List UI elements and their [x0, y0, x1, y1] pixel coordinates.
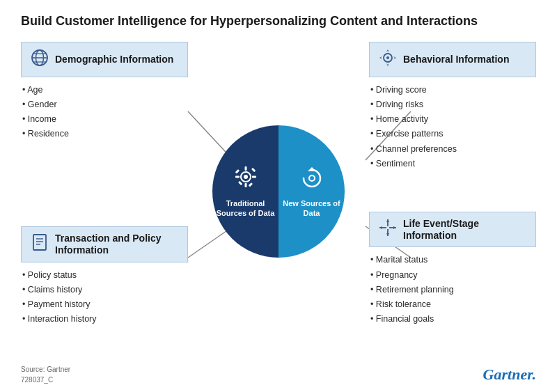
transaction-header: Transaction and Policy Information — [21, 226, 188, 262]
svg-rect-31 — [238, 181, 242, 185]
page-title: Build Customer Intelligence for Hyperper… — [21, 14, 536, 29]
life-event-list: Marital statusPregnancyRetirement planni… — [369, 253, 536, 327]
svg-point-34 — [309, 175, 315, 181]
demographic-title: Demographic Information — [55, 54, 173, 65]
refresh-icon — [299, 164, 324, 194]
transaction-box: Transaction and Policy Information Polic… — [21, 226, 188, 327]
behavioral-list: Driving scoreDriving risksHome activityE… — [369, 83, 536, 172]
svg-marker-19 — [386, 219, 389, 222]
svg-rect-27 — [235, 175, 240, 178]
svg-marker-22 — [393, 226, 396, 229]
transaction-title: Transaction and Policy Information — [55, 233, 179, 256]
footer: Source: Gartner 728037_C — [21, 364, 70, 385]
list-item: Claims history — [21, 283, 188, 297]
list-item: Channel preferences — [369, 142, 536, 157]
list-item: Exercise patterns — [369, 127, 536, 141]
list-item: Policy status — [21, 268, 188, 283]
gear-icon — [233, 164, 258, 194]
new-sources-label: New Sources of Data — [282, 198, 341, 219]
life-event-box: Life Event/Stage Information Marital sta… — [369, 212, 536, 327]
transaction-icon — [30, 233, 49, 256]
list-item: Income — [21, 112, 188, 127]
list-item: Home activity — [369, 112, 536, 127]
life-event-header: Life Event/Stage Information — [369, 212, 536, 248]
behavioral-title: Behavioral Information — [403, 54, 509, 65]
behavior-icon — [378, 48, 398, 71]
gartner-logo: Gartner. — [483, 366, 536, 384]
svg-marker-21 — [379, 226, 382, 229]
life-event-title: Life Event/Stage Information — [403, 218, 527, 242]
new-sources: New Sources of Data — [278, 125, 345, 258]
demographic-header: Demographic Information — [21, 42, 188, 77]
list-item: Payment history — [21, 297, 188, 312]
svg-marker-33 — [308, 167, 316, 171]
globe-icon — [30, 48, 49, 71]
center-circle: Traditional Sources of Data New Sources … — [212, 125, 345, 258]
svg-rect-30 — [251, 168, 256, 172]
list-item: Financial goals — [369, 312, 536, 327]
svg-rect-32 — [248, 182, 252, 187]
list-item: Retirement planning — [369, 283, 536, 297]
svg-point-10 — [386, 56, 389, 59]
list-item: Residence — [21, 127, 188, 141]
list-item: Sentiment — [369, 157, 536, 171]
source-text: Source: Gartner — [21, 364, 70, 375]
list-item: Interaction history — [21, 312, 188, 327]
code-text: 728037_C — [21, 375, 70, 385]
behavioral-box: Behavioral Information Driving scoreDriv… — [369, 42, 536, 172]
svg-rect-25 — [244, 166, 246, 171]
list-item: Pregnancy — [369, 268, 536, 283]
list-item: Driving score — [369, 83, 536, 97]
list-item: Age — [21, 83, 188, 97]
traditional-sources: Traditional Sources of Data — [212, 125, 278, 258]
diagram-area: Demographic Information AgeGenderIncomeR… — [21, 42, 536, 341]
svg-rect-28 — [252, 175, 256, 178]
demographic-box: Demographic Information AgeGenderIncomeR… — [21, 42, 188, 142]
demographic-list: AgeGenderIncomeResidence — [21, 83, 188, 142]
list-item: Risk tolerance — [369, 297, 536, 312]
svg-marker-20 — [386, 233, 389, 236]
behavioral-header: Behavioral Information — [369, 42, 536, 77]
life-icon — [378, 218, 398, 241]
transaction-list: Policy statusClaims historyPayment histo… — [21, 268, 188, 327]
traditional-label: Traditional Sources of Data — [216, 198, 275, 219]
svg-rect-26 — [244, 183, 246, 187]
svg-rect-11 — [33, 235, 46, 250]
page-wrapper: Build Customer Intelligence for Hyperper… — [0, 0, 557, 392]
svg-rect-29 — [235, 169, 239, 173]
list-item: Gender — [21, 97, 188, 112]
list-item: Marital status — [369, 253, 536, 267]
svg-point-24 — [244, 175, 248, 179]
list-item: Driving risks — [369, 97, 536, 112]
